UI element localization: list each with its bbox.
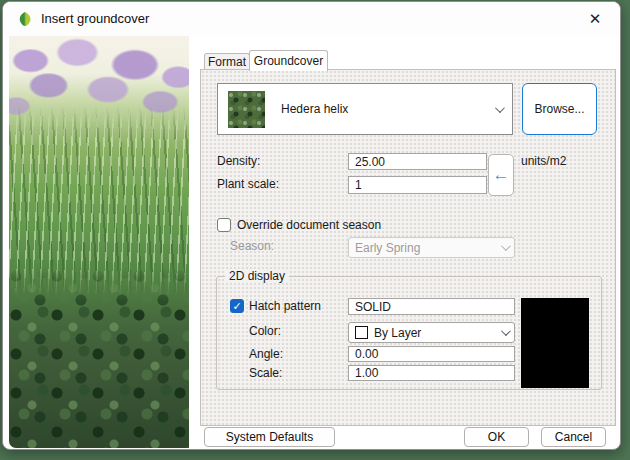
ok-button[interactable]: OK bbox=[464, 427, 529, 447]
scale-value: 1.00 bbox=[355, 366, 378, 380]
chevron-down-icon bbox=[495, 103, 505, 113]
season-label: Season: bbox=[230, 238, 274, 255]
angle-input[interactable]: 0.00 bbox=[348, 346, 515, 362]
window-title: Insert groundcover bbox=[41, 2, 149, 36]
season-value: Early Spring bbox=[355, 241, 420, 255]
angle-value: 0.00 bbox=[355, 347, 378, 361]
hatch-pattern-input[interactable]: SOLID bbox=[348, 298, 515, 315]
plant-name: Hedera helix bbox=[281, 102, 348, 116]
scale-input[interactable]: 1.00 bbox=[348, 365, 515, 381]
density-label: Density: bbox=[217, 153, 260, 170]
hatch-pattern-label: Hatch pattern bbox=[249, 298, 321, 315]
leaf-app-icon bbox=[17, 11, 33, 27]
hatch-pattern-checkbox[interactable]: ✓ bbox=[230, 299, 244, 313]
plant-thumbnail bbox=[228, 91, 265, 128]
plant-scale-label: Plant scale: bbox=[217, 176, 279, 193]
plant-scale-value: 1 bbox=[355, 178, 362, 192]
color-dropdown[interactable]: By Layer bbox=[348, 322, 515, 343]
plant-scale-input[interactable]: 1 bbox=[348, 176, 487, 194]
tab-format[interactable]: Format bbox=[204, 53, 250, 70]
hatch-pattern-value: SOLID bbox=[355, 300, 391, 314]
angle-label: Angle: bbox=[249, 346, 283, 363]
2d-display-group-label: 2D display bbox=[225, 269, 289, 283]
override-season-label: Override document season bbox=[237, 217, 381, 234]
color-value: By Layer bbox=[374, 326, 421, 340]
hatch-preview bbox=[521, 298, 589, 388]
insert-groundcover-dialog: Insert groundcover ✕ Format Groundcover … bbox=[2, 1, 621, 450]
close-icon[interactable]: ✕ bbox=[578, 4, 612, 34]
color-label: Color: bbox=[249, 323, 281, 340]
plant-select-dropdown[interactable]: Hedera helix bbox=[217, 83, 513, 135]
density-unit-label: units/m2 bbox=[521, 153, 566, 170]
chevron-down-icon bbox=[501, 241, 511, 251]
color-swatch bbox=[355, 326, 368, 339]
browse-button[interactable]: Browse... bbox=[522, 83, 597, 135]
chevron-down-icon bbox=[501, 326, 511, 336]
groundcover-photo bbox=[9, 36, 189, 448]
transfer-values-button[interactable]: ← bbox=[488, 154, 514, 196]
title-bar: Insert groundcover ✕ bbox=[3, 2, 620, 36]
cancel-button[interactable]: Cancel bbox=[541, 427, 606, 447]
check-icon: ✓ bbox=[232, 300, 241, 313]
density-value: 25.00 bbox=[355, 155, 385, 169]
density-input[interactable]: 25.00 bbox=[348, 153, 487, 170]
system-defaults-button[interactable]: System Defaults bbox=[204, 427, 335, 447]
tab-groundcover[interactable]: Groundcover bbox=[249, 50, 328, 71]
season-dropdown: Early Spring bbox=[348, 237, 515, 258]
override-season-checkbox[interactable] bbox=[217, 218, 231, 232]
blue-left-arrow-icon: ← bbox=[493, 166, 510, 183]
scale-label: Scale: bbox=[249, 365, 282, 382]
